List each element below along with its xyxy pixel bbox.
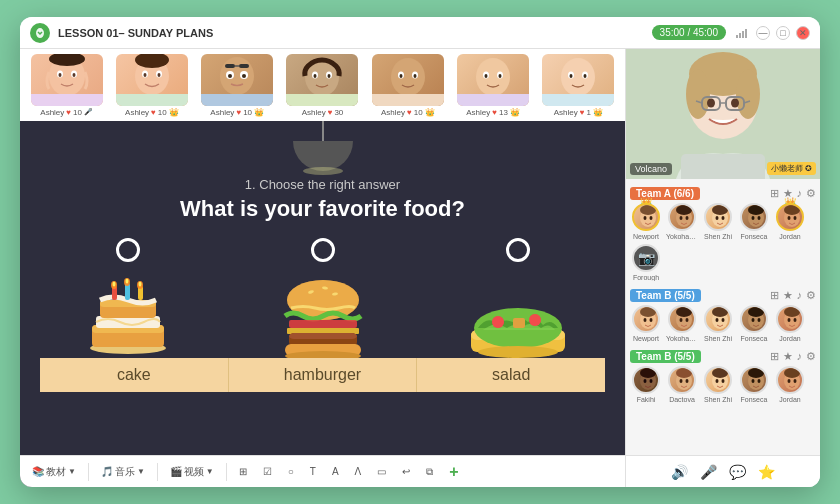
- student-item: Ashley ♥ 10 🎤: [26, 54, 107, 117]
- team-b-settings-icon[interactable]: ⚙: [806, 289, 816, 302]
- svg-rect-3: [745, 29, 747, 38]
- toolbar-text[interactable]: T: [306, 464, 320, 479]
- team-c-grid-icon[interactable]: ⊞: [770, 350, 779, 363]
- answer-option-cake[interactable]: [40, 238, 215, 358]
- team-a-members: 👑 Newport: [630, 203, 816, 281]
- team-c-star-icon[interactable]: ★: [783, 350, 793, 363]
- member-jordan-b: Jordan: [774, 305, 806, 342]
- team-a-music-icon[interactable]: ♪: [797, 187, 803, 200]
- student-item-3: Ashley ♥ 10 👑: [197, 54, 278, 117]
- student-item-5: Ashley ♥ 10 👑: [367, 54, 448, 117]
- student-row: Ashley ♥ 10 🎤: [20, 49, 625, 121]
- title-bar: LESSON 01– SUNDAY PLANS 35:00 / 45:00 — …: [20, 17, 820, 49]
- member-name-c5: Jordan: [774, 396, 806, 403]
- svg-point-148: [712, 368, 728, 378]
- svg-point-132: [748, 307, 764, 317]
- svg-point-39: [476, 58, 510, 96]
- svg-point-106: [686, 216, 689, 220]
- svg-point-7: [58, 73, 61, 77]
- member-name-4: Fonseca: [738, 233, 770, 240]
- svg-point-61: [112, 282, 115, 287]
- answer-option-salad[interactable]: [430, 238, 605, 358]
- right-volume-icon[interactable]: 🔊: [671, 464, 688, 480]
- right-chat-icon[interactable]: 💬: [729, 464, 746, 480]
- radio-salad[interactable]: [506, 238, 530, 262]
- student-name-bar-7: Ashley ♥ 1 👑: [554, 108, 603, 117]
- team-b-music-icon[interactable]: ♪: [797, 289, 803, 302]
- svg-point-100: [640, 205, 656, 215]
- svg-point-122: [650, 318, 653, 322]
- student-name-2: Ashley: [125, 108, 149, 117]
- member-shenzhi-a: Shen Zhi: [702, 203, 734, 240]
- student-name-3: Ashley: [210, 108, 234, 117]
- toolbar-lambda[interactable]: Λ: [351, 464, 366, 479]
- toolbar-copy[interactable]: ⧉: [422, 464, 437, 480]
- student-avatar-2: [116, 54, 188, 106]
- member-avatar-c3: [704, 366, 732, 394]
- member-name-b2: Yokohama: [666, 335, 698, 342]
- toolbar-music[interactable]: 🎵 音乐 ▼: [97, 463, 149, 481]
- toolbar-textbook[interactable]: 📚 教材 ▼: [28, 463, 80, 481]
- close-button[interactable]: ✕: [796, 26, 810, 40]
- minimize-button[interactable]: —: [756, 26, 770, 40]
- member-newport-b: Newport: [630, 305, 662, 342]
- team-c-header: Team B (5/5) ⊞ ★ ♪ ⚙: [630, 350, 816, 363]
- member-jordan-a: 👑 Jordan: [774, 203, 806, 240]
- toolbar-arrow[interactable]: A: [328, 464, 343, 479]
- student-name-7: Ashley: [554, 108, 578, 117]
- member-name-b3: Shen Zhi: [702, 335, 734, 342]
- svg-point-108: [712, 205, 728, 215]
- svg-point-156: [784, 368, 800, 378]
- textbook-chevron: ▼: [68, 467, 76, 476]
- member-fonseca-c: Fonseca: [738, 366, 770, 403]
- svg-point-105: [680, 216, 683, 220]
- right-star-icon[interactable]: ⭐: [758, 464, 775, 480]
- svg-point-43: [499, 74, 502, 78]
- right-mic-icon[interactable]: 🎤: [700, 464, 717, 480]
- toolbar-grid[interactable]: ⊞: [235, 464, 251, 479]
- quiz-subtitle: 1. Choose the right answer: [180, 177, 465, 192]
- team-a-grid-icon[interactable]: ⊞: [770, 187, 779, 200]
- student-avatar-6: [457, 54, 529, 106]
- member-avatar-wrapper-6: 📷: [632, 244, 660, 272]
- student-name-bar-3: Ashley ♥ 10 👑: [210, 108, 264, 117]
- team-c-music-icon[interactable]: ♪: [797, 350, 803, 363]
- svg-point-36: [399, 74, 402, 78]
- member-name-c1: Fakihi: [630, 396, 662, 403]
- team-c-settings-icon[interactable]: ⚙: [806, 350, 816, 363]
- music-chevron: ▼: [137, 467, 145, 476]
- svg-point-140: [640, 368, 656, 378]
- svg-rect-44: [457, 94, 529, 106]
- toolbar-add[interactable]: +: [445, 461, 462, 483]
- toolbar-undo[interactable]: ↩: [398, 464, 414, 479]
- student-avatar-4: [286, 54, 358, 106]
- svg-point-157: [788, 379, 791, 383]
- svg-point-102: [650, 216, 653, 220]
- toolbar-video[interactable]: 🎬 视频 ▼: [166, 463, 218, 481]
- team-b-grid-icon[interactable]: ⊞: [770, 289, 779, 302]
- lamp: [293, 121, 353, 171]
- svg-rect-17: [116, 94, 188, 106]
- team-b-controls: ⊞ ★ ♪ ⚙: [770, 289, 817, 302]
- member-fonseca-a: Fonseca: [738, 203, 770, 240]
- team-a-settings-icon[interactable]: ⚙: [806, 187, 816, 200]
- restore-button[interactable]: □: [776, 26, 790, 40]
- svg-point-117: [788, 216, 791, 220]
- video-chevron: ▼: [206, 467, 214, 476]
- svg-point-130: [722, 318, 725, 322]
- toolbar-check[interactable]: ☑: [259, 464, 276, 479]
- radio-hamburger[interactable]: [311, 238, 335, 262]
- toolbar-circle[interactable]: ○: [284, 464, 298, 479]
- student-name-5: Ashley: [381, 108, 405, 117]
- toolbar-rect[interactable]: ▭: [373, 464, 390, 479]
- svg-rect-20: [239, 64, 249, 68]
- member-avatar-wrapper-4: [740, 203, 768, 231]
- student-hearts-1: 10: [73, 108, 82, 117]
- answer-option-hamburger[interactable]: [235, 238, 410, 358]
- app-logo: [30, 23, 50, 43]
- member-avatar-5: [776, 203, 804, 231]
- member-name-c2: Dactova: [666, 396, 698, 403]
- svg-rect-32: [286, 94, 358, 106]
- team-b-star-icon[interactable]: ★: [783, 289, 793, 302]
- radio-cake[interactable]: [116, 238, 140, 262]
